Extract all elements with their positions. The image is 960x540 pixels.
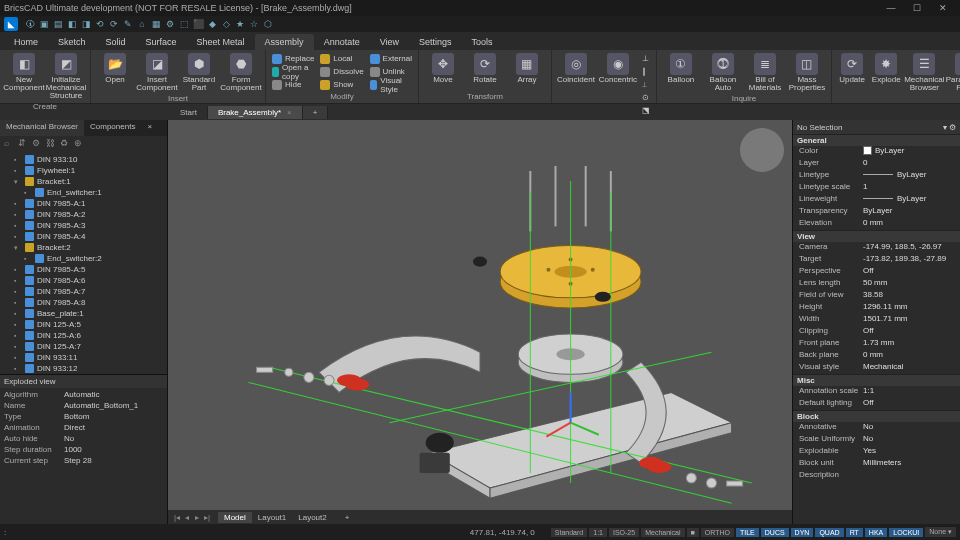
insert-comp[interactable]: ◪InsertComponent [137, 52, 177, 93]
qat-icon[interactable]: ⌂ [136, 18, 148, 30]
tree-node[interactable]: ▪DIN 7985-A:3 [0, 220, 167, 231]
qat-icon[interactable]: ⬚ [178, 18, 190, 30]
concentric[interactable]: ◉Concentric [598, 52, 638, 85]
layout-tab[interactable]: Layout1 [252, 512, 292, 523]
app-icon[interactable]: ◣ [4, 17, 18, 31]
status-toggle-ducs[interactable]: DUCS [761, 528, 789, 537]
prop-row[interactable]: ClippingOff [793, 326, 960, 338]
prop-row[interactable]: Visual styleMechanical [793, 362, 960, 374]
prop-row[interactable]: Back plane0 mm [793, 350, 960, 362]
browser-tool-icon[interactable]: ⊕ [74, 138, 84, 148]
layer-selector[interactable]: None ▾ [925, 527, 956, 537]
prop-row[interactable]: Target-173.82, 189.38, -27.89 [793, 254, 960, 266]
tree-node[interactable]: ▪DIN 7985-A:2 [0, 209, 167, 220]
qat-icon[interactable]: ▣ [38, 18, 50, 30]
tree-node[interactable]: ▪DIN 7985-A:6 [0, 275, 167, 286]
tree-node[interactable]: ▪End_switcher:1 [0, 187, 167, 198]
init-mech[interactable]: ◩Initialize MechanicalStructure [46, 52, 86, 101]
qat-icon[interactable]: ✎ [122, 18, 134, 30]
prop-row[interactable]: Block unitMillimeters [793, 458, 960, 470]
tree-node[interactable]: ▪DIN 933:11 [0, 352, 167, 363]
browser-tab[interactable]: Components [84, 120, 141, 136]
ribbon-tab-settings[interactable]: Settings [409, 34, 462, 50]
ribbon-tab-sketch[interactable]: Sketch [48, 34, 96, 50]
tab-start[interactable]: Start [170, 106, 208, 119]
maximize-icon[interactable]: ☐ [904, 0, 930, 16]
qat-icon[interactable]: ★ [234, 18, 246, 30]
exploded-prop-row[interactable]: AnimationDirect [4, 423, 163, 434]
rotate[interactable]: ⟳Rotate [465, 52, 505, 85]
prop-row[interactable]: Default lightingOff [793, 398, 960, 410]
exploded-prop-row[interactable]: NameAutomatic_Bottom_1 [4, 401, 163, 412]
prop-row[interactable]: Description [793, 470, 960, 482]
tree-node[interactable]: ▪DIN 7985-A:1 [0, 198, 167, 209]
layout-nav-icon[interactable]: ◂ [182, 513, 192, 522]
dissolve[interactable]: Dissolve [318, 65, 365, 78]
constraint-icon[interactable]: ⬔ [640, 104, 652, 117]
tree-node[interactable]: ▪End_switcher:2 [0, 253, 167, 264]
browser-tool-icon[interactable]: ⌕ [4, 138, 14, 148]
layout-nav-icon[interactable]: ▸ [192, 513, 202, 522]
exploded-prop-row[interactable]: Current stepStep 28 [4, 456, 163, 467]
qat-icon[interactable]: ⟲ [94, 18, 106, 30]
nav-cube[interactable] [740, 128, 784, 172]
prop-row[interactable]: ColorByLayer [793, 146, 960, 158]
tree-node[interactable]: ▾Bracket:1 [0, 176, 167, 187]
prop-row[interactable]: LinetypeByLayer [793, 170, 960, 182]
qat-icon[interactable]: ⬡ [262, 18, 274, 30]
viewport[interactable]: |◂◂▸▸| ModelLayout1Layout2 + [168, 120, 792, 524]
constraint-icon[interactable]: ∥ [640, 65, 652, 78]
prop-row[interactable]: Front plane1.73 mm [793, 338, 960, 350]
open[interactable]: 📂Open [95, 52, 135, 85]
panel-close-icon[interactable]: × [141, 120, 158, 136]
status-toggle-ortho[interactable]: ORTHO [701, 528, 734, 537]
browser-tool-icon[interactable]: ♻ [60, 138, 70, 148]
std-part[interactable]: ⬢StandardPart [179, 52, 219, 93]
exploded-prop-row[interactable]: AlgorithmAutomatic [4, 390, 163, 401]
filter-icon[interactable]: ▾ ⚙ [943, 123, 956, 132]
minimize-icon[interactable]: — [878, 0, 904, 16]
status-item[interactable]: Standard [551, 528, 587, 537]
prop-section-header[interactable]: Block [793, 410, 960, 422]
qat-icon[interactable]: ⚙ [164, 18, 176, 30]
ribbon-tab-sheet-metal[interactable]: Sheet Metal [187, 34, 255, 50]
tree-node[interactable]: ▪DIN 125-A:7 [0, 341, 167, 352]
prop-row[interactable]: ExplodableYes [793, 446, 960, 458]
qat-icon[interactable]: ⬛ [192, 18, 204, 30]
show[interactable]: Show [318, 78, 365, 91]
prop-row[interactable]: TransparencyByLayer [793, 206, 960, 218]
qat-icon[interactable]: ▤ [52, 18, 64, 30]
tree-node[interactable]: ▪DIN 7985-A:8 [0, 297, 167, 308]
layout-nav-icon[interactable]: |◂ [172, 513, 182, 522]
tree-node[interactable]: ▪DIN 125-A:6 [0, 330, 167, 341]
external[interactable]: External [368, 52, 414, 65]
prop-row[interactable]: PerspectiveOff [793, 266, 960, 278]
status-toggle-tile[interactable]: TILE [736, 528, 759, 537]
exploded-prop-row[interactable]: Step duration1000 [4, 445, 163, 456]
exploded-prop-row[interactable]: Auto hideNo [4, 434, 163, 445]
prop-row[interactable]: Linetype scale1 [793, 182, 960, 194]
visual-style[interactable]: Visual Style [368, 78, 414, 91]
status-toggle-lockui[interactable]: LOCKUI [889, 528, 923, 537]
qat-icon[interactable]: ◧ [66, 18, 78, 30]
status-item[interactable]: ISO-25 [609, 528, 639, 537]
bom[interactable]: ≣Bill ofMaterials [745, 52, 785, 93]
prop-section-header[interactable]: Misc [793, 374, 960, 386]
mass-prop[interactable]: ◫MassProperties [787, 52, 827, 93]
form-comp[interactable]: ⬣FormComponent [221, 52, 261, 93]
tree-node[interactable]: ▪DIN 933:10 [0, 154, 167, 165]
prop-row[interactable]: Layer0 [793, 158, 960, 170]
constraint-icon[interactable]: ⊙ [640, 91, 652, 104]
qat-icon[interactable]: 🛈 [24, 18, 36, 30]
ribbon-tab-surface[interactable]: Surface [136, 34, 187, 50]
constraint-icon[interactable]: ⟂ [640, 78, 652, 91]
layout-nav-icon[interactable]: ▸| [202, 513, 212, 522]
prop-row[interactable]: Annotation scale1:1 [793, 386, 960, 398]
tree-node[interactable]: ▪DIN 125-A:5 [0, 319, 167, 330]
qat-icon[interactable]: ☆ [248, 18, 260, 30]
hide[interactable]: Hide [270, 78, 316, 91]
tab-brake-assembly[interactable]: Brake_Assembly*× [208, 106, 303, 119]
balloon-auto[interactable]: ⓵BalloonAuto [703, 52, 743, 93]
browser-tool-icon[interactable]: ⇵ [18, 138, 28, 148]
layout-add-button[interactable]: + [339, 512, 356, 523]
